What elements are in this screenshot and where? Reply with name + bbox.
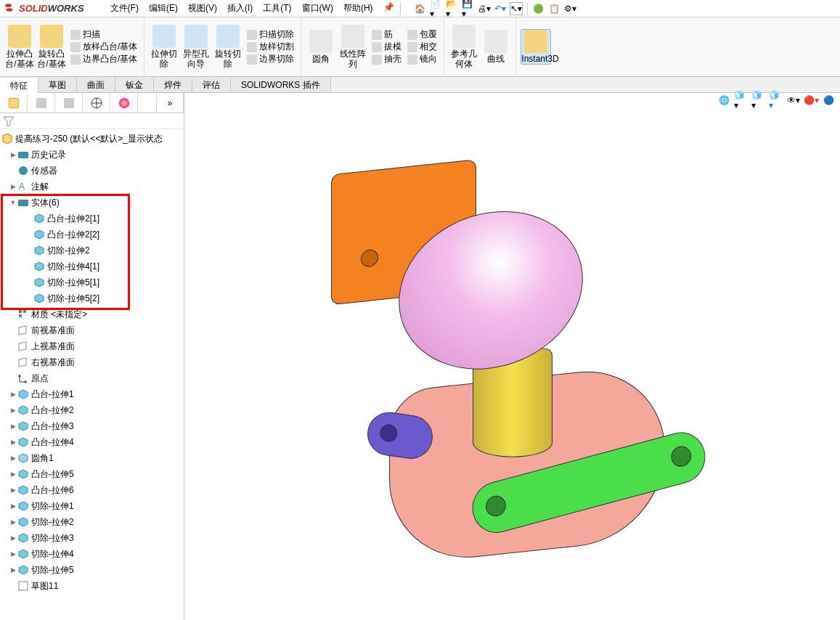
tree-feature-item[interactable]: ▶切除-拉伸4 <box>0 546 184 562</box>
tab-surfaces[interactable]: 曲面 <box>77 77 115 92</box>
tree-origin[interactable]: 原点 <box>0 370 184 386</box>
tree-feature-item[interactable]: ▶凸台-拉伸5 <box>0 466 184 482</box>
curves-button[interactable]: 曲线 <box>481 30 511 64</box>
expander-icon[interactable]: ▶ <box>9 391 17 398</box>
feature-manager-tab-icon[interactable] <box>0 93 28 113</box>
tree-body-item[interactable]: 切除-拉伸5[1] <box>0 274 184 290</box>
tree-feature-item[interactable]: ▶切除-拉伸3 <box>0 530 184 546</box>
tree-body-item[interactable]: 凸台-拉伸2[1] <box>0 211 184 227</box>
scene-icon[interactable]: 🧊▾ <box>769 93 783 107</box>
print-icon[interactable]: 🖨▾ <box>478 2 491 15</box>
expander-icon[interactable]: ▶ <box>9 502 17 510</box>
expander-icon[interactable]: ▶ <box>9 566 17 574</box>
expander-icon[interactable]: ▶ <box>9 470 17 478</box>
linear-pattern-button[interactable]: 线性阵列 <box>338 25 368 68</box>
boundary-cut-button[interactable]: 边界切除 <box>245 54 296 65</box>
panel-expand-icon[interactable]: » <box>156 93 184 113</box>
view-orientation-icon[interactable]: 🌐 <box>717 93 731 107</box>
tree-body-item[interactable]: 切除-拉伸5[2] <box>0 290 184 306</box>
tab-sw-addins[interactable]: SOLIDWORKS 插件 <box>231 77 331 92</box>
menu-file[interactable]: 文件(F) <box>106 1 143 16</box>
ref-geometry-button[interactable]: 参考几何体 <box>449 25 479 68</box>
appearance-icon[interactable]: 🔴▾ <box>804 93 818 107</box>
display-manager-tab-icon[interactable] <box>110 93 138 113</box>
tab-weldments[interactable]: 焊件 <box>154 77 192 92</box>
expander-icon[interactable]: ▶ <box>9 183 17 190</box>
extrude-cut-button[interactable]: 拉伸切除 <box>149 25 179 68</box>
display-style-icon[interactable]: 🧊▾ <box>734 93 749 107</box>
options-gear-icon[interactable]: ⚙▾ <box>564 2 577 15</box>
expander-icon[interactable]: ▶ <box>9 454 17 462</box>
save-icon[interactable]: 💾▾ <box>462 2 475 15</box>
expander-icon[interactable]: ▶ <box>9 550 17 558</box>
fillet-button[interactable]: 圆角 <box>306 30 336 64</box>
tree-feature-item[interactable]: ▶凸台-拉伸4 <box>0 434 184 450</box>
tree-feature-item[interactable]: ▶凸台-拉伸6 <box>0 482 184 498</box>
menu-edit[interactable]: 编辑(E) <box>144 1 182 16</box>
expander-icon[interactable]: ▶ <box>9 486 17 494</box>
mirror-button[interactable]: 镜向 <box>405 54 439 65</box>
tab-features[interactable]: 特征 <box>0 78 38 93</box>
menu-tools[interactable]: 工具(T) <box>258 1 295 16</box>
swept-cut-button[interactable]: 扫描切除 <box>245 29 296 41</box>
menu-view[interactable]: 视图(V) <box>184 1 221 16</box>
graphics-viewport[interactable]: 🌐 🧊▾ 🧊▾ 🧊▾ 👁▾ 🔴▾ 🔵 <box>184 93 840 620</box>
expander-icon[interactable]: ▼ <box>9 199 17 206</box>
configuration-manager-tab-icon[interactable] <box>55 93 83 113</box>
rib-button[interactable]: 筋 <box>370 29 404 41</box>
menu-insert[interactable]: 插入(I) <box>223 1 257 16</box>
tree-feature-item[interactable]: ▶圆角1 <box>0 450 184 466</box>
appearances-scene-icon[interactable]: 🔵 <box>821 93 836 107</box>
expander-icon[interactable]: ▶ <box>9 423 17 430</box>
tree-annotations[interactable]: ▶ A 注解 <box>0 179 184 195</box>
tree-feature-item[interactable]: ▶凸台-拉伸3 <box>0 418 184 434</box>
tab-sketch[interactable]: 草图 <box>38 77 77 92</box>
expander-icon[interactable]: ▶ <box>9 151 17 158</box>
intersect-button[interactable]: 相交 <box>405 41 439 53</box>
menu-window[interactable]: 窗口(W) <box>298 1 338 16</box>
tree-body-item[interactable]: 凸台-拉伸2[2] <box>0 227 184 242</box>
hole-wizard-button[interactable]: 异型孔向导 <box>181 25 211 68</box>
options-list-icon[interactable]: 📋 <box>548 2 561 15</box>
loft-cut-button[interactable]: 放样切割 <box>245 41 296 53</box>
tree-front-plane[interactable]: 前视基准面 <box>0 322 184 338</box>
dimxpert-manager-tab-icon[interactable] <box>83 93 110 113</box>
boundary-boss-button[interactable]: 边界凸台/基体 <box>68 54 139 65</box>
open-icon[interactable]: 📂▾ <box>446 2 459 15</box>
loft-boss-button[interactable]: 放样凸台/基体 <box>68 41 139 53</box>
tree-feature-item[interactable]: ▶凸台-拉伸1 <box>0 386 184 402</box>
view-settings-icon[interactable]: 👁▾ <box>786 93 801 107</box>
undo-icon[interactable]: ↶▾ <box>494 2 507 15</box>
revolve-cut-button[interactable]: 旋转切除 <box>213 25 243 68</box>
select-icon[interactable]: ↖▾ <box>510 2 523 15</box>
tree-history[interactable]: ▶ 历史记录 <box>0 147 184 163</box>
tree-right-plane[interactable]: 右视基准面 <box>0 354 184 370</box>
tree-feature-item[interactable]: ▶切除-拉伸1 <box>0 498 184 514</box>
wrap-button[interactable]: 包覆 <box>405 29 439 41</box>
tree-feature-item[interactable]: 草图11 <box>0 578 184 594</box>
tree-feature-item[interactable]: ▶切除-拉伸5 <box>0 562 184 578</box>
tree-solid-bodies[interactable]: ▼ 实体(6) <box>0 195 184 211</box>
home-icon[interactable]: 🏠 <box>414 2 427 15</box>
new-icon[interactable]: 📄▾ <box>430 2 443 15</box>
tree-top-plane[interactable]: 上视基准面 <box>0 338 184 354</box>
expander-icon[interactable]: ▶ <box>9 407 17 414</box>
expander-icon[interactable]: ▶ <box>9 439 17 446</box>
draft-button[interactable]: 拔模 <box>370 41 404 53</box>
rebuild-icon[interactable]: 🟢 <box>532 2 545 15</box>
menu-pin-icon[interactable]: 📌 <box>379 1 399 16</box>
tree-body-item[interactable]: 切除-拉伸4[1] <box>0 258 184 274</box>
instant3d-button[interactable]: Instant3D <box>521 29 551 65</box>
tree-sensors[interactable]: 传感器 <box>0 163 184 179</box>
expander-icon[interactable]: ▶ <box>9 518 17 526</box>
tab-sheetmetal[interactable]: 钣金 <box>115 77 154 92</box>
swept-boss-button[interactable]: 扫描 <box>68 29 139 41</box>
tree-body-item[interactable]: 切除-拉伸2 <box>0 242 184 258</box>
hide-show-icon[interactable]: 🧊▾ <box>751 93 766 107</box>
tree-feature-item[interactable]: ▶凸台-拉伸2 <box>0 402 184 418</box>
tab-evaluate[interactable]: 评估 <box>192 77 231 92</box>
tree-feature-item[interactable]: ▶切除-拉伸2 <box>0 514 184 530</box>
property-manager-tab-icon[interactable] <box>28 93 55 113</box>
shell-button[interactable]: 抽壳 <box>370 54 404 65</box>
menu-help[interactable]: 帮助(H) <box>339 1 378 16</box>
